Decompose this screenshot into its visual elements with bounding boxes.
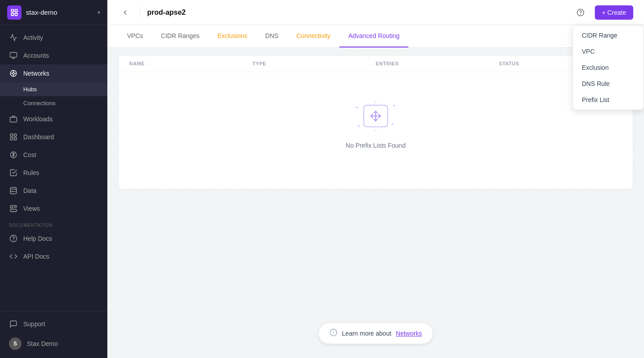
sidebar-nav: Activity Accounts Networks Hubs Connecti…	[0, 25, 107, 311]
empty-state: No Prefix Lists Found	[119, 72, 633, 176]
svg-point-19	[10, 188, 17, 190]
svg-point-27	[356, 107, 358, 108]
sidebar-item-label: Help Docs	[23, 235, 52, 242]
svg-rect-4	[10, 52, 17, 57]
tabs-wrapper: VPCs CIDR Ranges Exclusions DNS Connecti…	[107, 25, 644, 48]
svg-point-29	[391, 124, 393, 125]
workloads-icon	[9, 115, 18, 124]
app-header[interactable]: stax-demo ▾	[0, 0, 107, 25]
data-icon	[9, 186, 18, 195]
doc-section-label: DOCUMENTATION	[0, 217, 107, 230]
sidebar-item-networks[interactable]: Networks	[0, 64, 107, 82]
table-header-type: TYPE	[253, 61, 376, 66]
svg-point-32	[375, 130, 376, 131]
help-icon	[9, 234, 18, 243]
svg-rect-1	[15, 9, 17, 12]
svg-point-7	[13, 72, 15, 75]
app-name: stax-demo	[26, 9, 97, 16]
sidebar-item-help-docs[interactable]: Help Docs	[0, 230, 107, 247]
tab-advanced-routing[interactable]: Advanced Routing	[339, 25, 408, 47]
svg-rect-14	[10, 134, 13, 136]
create-button-label: + Create	[602, 9, 626, 16]
sidebar-item-views[interactable]: Views	[0, 200, 107, 217]
svg-rect-16	[10, 138, 13, 140]
dropdown-item-cidr-range[interactable]: CIDR Range	[573, 27, 644, 43]
chevron-down-icon: ▾	[97, 9, 100, 16]
activity-icon	[9, 33, 18, 42]
page-content: VPCs CIDR Ranges Exclusions DNS Connecti…	[107, 25, 644, 358]
tabs: VPCs CIDR Ranges Exclusions DNS Connecti…	[118, 25, 633, 47]
tab-exclusions[interactable]: Exclusions	[208, 25, 256, 47]
sidebar-item-label: Networks	[23, 70, 49, 77]
page-title: prod-apse2	[147, 9, 566, 17]
sidebar-item-accounts[interactable]: Accounts	[0, 47, 107, 64]
dropdown-item-exclusion[interactable]: Exclusion	[573, 60, 644, 76]
accounts-icon	[9, 51, 18, 60]
svg-rect-0	[11, 9, 13, 12]
views-icon	[9, 204, 18, 213]
svg-point-28	[394, 105, 395, 107]
svg-point-31	[375, 101, 376, 102]
table-header-entries: ENTRIES	[376, 61, 499, 66]
dropdown-item-vpc[interactable]: VPC	[573, 43, 644, 60]
table-header: NAME TYPE ENTRIES STATUS	[119, 55, 633, 72]
sidebar-item-dashboard[interactable]: Dashboard	[0, 128, 107, 146]
sidebar-item-label: API Docs	[23, 253, 49, 260]
svg-rect-15	[14, 134, 17, 136]
svg-rect-22	[10, 209, 17, 212]
empty-illustration	[353, 97, 398, 137]
empty-icon-container	[353, 99, 398, 135]
svg-rect-17	[14, 138, 17, 140]
tab-dns[interactable]: DNS	[256, 25, 288, 47]
avatar: S	[9, 337, 21, 350]
dropdown-item-prefix-list[interactable]: Prefix List	[573, 92, 644, 108]
dropdown-item-dns-rule[interactable]: DNS Rule	[573, 76, 644, 92]
tab-vpcs[interactable]: VPCs	[118, 25, 152, 47]
sidebar-sub-item-hubs[interactable]: Hubs	[0, 82, 107, 96]
prefix-lists-table: NAME TYPE ENTRIES STATUS	[118, 55, 633, 189]
support-icon	[9, 320, 18, 328]
table-header-name: NAME	[129, 61, 253, 66]
sidebar-item-label: Workloads	[23, 115, 53, 123]
sidebar-item-api-docs[interactable]: API Docs	[0, 247, 107, 265]
create-dropdown: CIDR Range VPC Exclusion DNS Rule Prefix…	[572, 25, 644, 110]
back-button[interactable]	[118, 5, 132, 20]
sidebar-footer: Support S Stax Demo	[0, 311, 107, 358]
empty-state-text: No Prefix Lists Found	[346, 142, 406, 149]
user-name: Stax Demo	[27, 340, 58, 347]
sidebar-item-label: Activity	[23, 34, 43, 41]
topbar: prod-apse2 + Create CIDR Range VPC Exclu…	[107, 0, 644, 25]
sidebar-item-label: Accounts	[23, 52, 49, 59]
sidebar-item-support[interactable]: Support	[0, 315, 107, 333]
cost-icon	[9, 150, 18, 159]
app-logo	[7, 5, 21, 20]
tab-connectivity[interactable]: Connectivity	[288, 25, 339, 47]
sidebar-item-label: Dashboard	[23, 133, 54, 141]
bottom-info-bar: Learn more about Networks	[319, 323, 433, 344]
sidebar-item-data[interactable]: Data	[0, 182, 107, 200]
info-circle-icon	[330, 328, 338, 338]
sidebar-item-label: Data	[23, 187, 37, 194]
sidebar-item-rules[interactable]: Rules	[0, 164, 107, 182]
svg-rect-2	[11, 13, 13, 15]
svg-rect-3	[15, 13, 17, 15]
svg-point-30	[358, 125, 360, 127]
sidebar-item-label: Cost	[23, 151, 36, 158]
networks-icon	[9, 69, 18, 78]
sidebar-sub-item-connections[interactable]: Connections	[0, 96, 107, 110]
help-circle-icon[interactable]	[573, 5, 588, 20]
svg-rect-21	[14, 205, 17, 207]
sidebar-item-activity[interactable]: Activity	[0, 29, 107, 47]
rules-icon	[9, 168, 18, 177]
tab-cidr-ranges[interactable]: CIDR Ranges	[152, 25, 208, 47]
svg-point-23	[10, 235, 17, 242]
main-content: prod-apse2 + Create CIDR Range VPC Exclu…	[107, 0, 644, 358]
sidebar-item-cost[interactable]: Cost	[0, 146, 107, 164]
sidebar-item-workloads[interactable]: Workloads	[0, 110, 107, 128]
dashboard-icon	[9, 132, 18, 141]
sidebar-item-label: Views	[23, 205, 40, 212]
create-button[interactable]: + Create	[595, 5, 633, 20]
svg-rect-13	[10, 117, 17, 122]
networks-link[interactable]: Networks	[396, 330, 422, 337]
user-profile[interactable]: S Stax Demo	[0, 333, 107, 354]
